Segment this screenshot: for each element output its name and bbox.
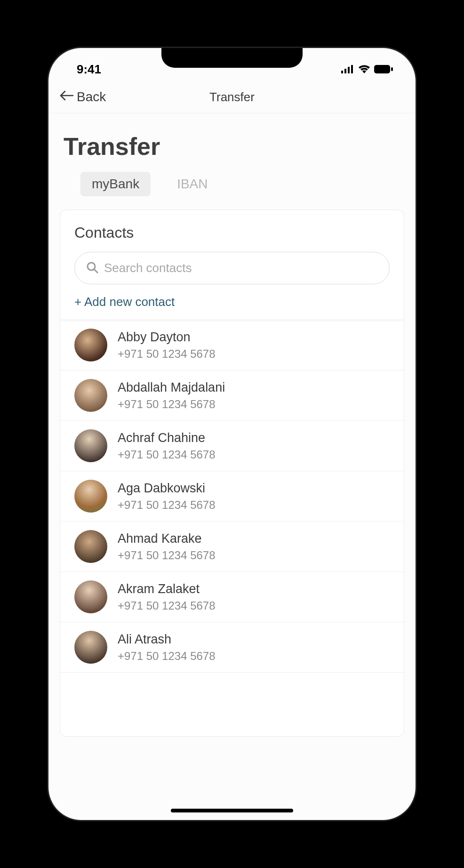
back-button[interactable]: Back	[60, 89, 106, 104]
device-notch	[161, 48, 303, 68]
contact-name: Akram Zalaket	[118, 582, 216, 596]
back-label: Back	[77, 89, 106, 104]
contact-phone: +971 50 1234 5678	[118, 549, 216, 562]
contact-row[interactable]: Achraf Chahine +971 50 1234 5678	[60, 421, 404, 471]
contacts-card: Contacts + Add new contact Abby Dayton +…	[60, 209, 404, 737]
svg-rect-3	[351, 65, 353, 73]
nav-title: Transfer	[209, 90, 255, 104]
contact-name: Abdallah Majdalani	[118, 380, 225, 395]
search-icon	[86, 261, 98, 275]
status-time: 9:41	[77, 62, 101, 77]
search-input[interactable]	[104, 261, 378, 275]
avatar	[74, 580, 107, 613]
svg-rect-0	[341, 71, 343, 73]
arrow-left-icon	[60, 89, 74, 104]
avatar	[74, 631, 107, 664]
svg-rect-2	[348, 67, 350, 73]
page-title: Transfer	[60, 132, 404, 161]
contact-name: Ali Atrash	[118, 632, 216, 647]
contact-row[interactable]: Aga Dabkowski +971 50 1234 5678	[60, 471, 404, 522]
contact-name: Abby Dayton	[118, 330, 216, 345]
contact-name: Achraf Chahine	[118, 431, 216, 445]
contact-phone: +971 50 1234 5678	[118, 498, 216, 512]
home-indicator[interactable]	[171, 809, 293, 812]
contact-name: Aga Dabkowski	[118, 481, 216, 496]
contact-row[interactable]: Ahmad Karake +971 50 1234 5678	[60, 522, 404, 572]
nav-bar: Back Transfer	[48, 81, 416, 113]
avatar	[74, 480, 107, 513]
contact-phone: +971 50 1234 5678	[118, 398, 225, 411]
contacts-title: Contacts	[60, 224, 404, 241]
avatar	[74, 530, 107, 563]
avatar	[74, 379, 107, 412]
battery-icon	[374, 62, 393, 77]
contact-row[interactable]: Ali Atrash +971 50 1234 5678	[60, 622, 404, 673]
contact-phone: +971 50 1234 5678	[118, 448, 216, 461]
phone-frame: 9:41 Back Transfer Transfer myBank IBAN	[48, 48, 416, 820]
contact-row[interactable]: Akram Zalaket +971 50 1234 5678	[60, 572, 404, 622]
contact-row[interactable]: Abdallah Majdalani +971 50 1234 5678	[60, 370, 404, 421]
search-field[interactable]	[74, 252, 390, 284]
tabs: myBank IBAN	[60, 172, 404, 196]
contacts-list: Abby Dayton +971 50 1234 5678 Abdallah M…	[60, 320, 404, 673]
tab-mybank[interactable]: myBank	[80, 172, 151, 196]
svg-rect-5	[391, 67, 393, 71]
avatar	[74, 429, 107, 462]
wifi-icon	[358, 62, 370, 77]
contact-row[interactable]: Abby Dayton +971 50 1234 5678	[60, 320, 404, 370]
contact-phone: +971 50 1234 5678	[118, 347, 216, 361]
svg-rect-1	[344, 69, 346, 73]
svg-rect-4	[374, 65, 390, 73]
tab-iban[interactable]: IBAN	[166, 172, 219, 196]
cellular-icon	[341, 62, 354, 77]
contact-phone: +971 50 1234 5678	[118, 650, 216, 663]
contact-name: Ahmad Karake	[118, 531, 216, 546]
add-contact-link[interactable]: + Add new contact	[60, 295, 404, 320]
svg-line-8	[94, 269, 97, 273]
contact-phone: +971 50 1234 5678	[118, 599, 216, 612]
avatar	[74, 329, 107, 362]
